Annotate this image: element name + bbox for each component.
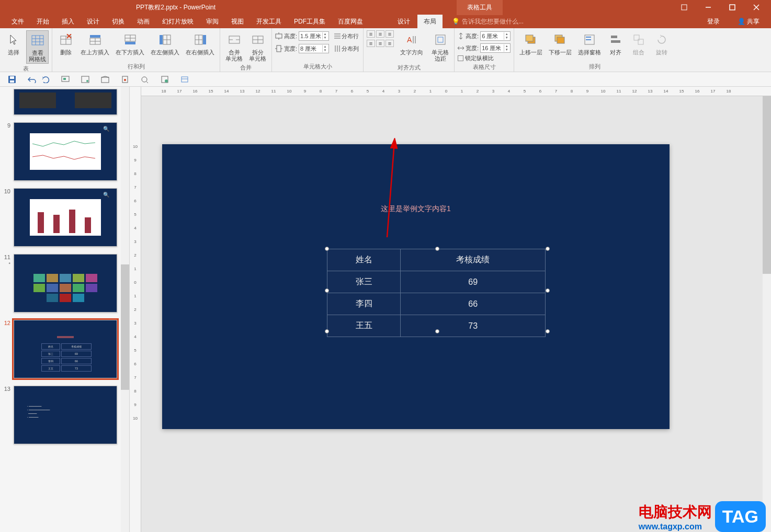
bring-forward-button[interactable]: 上移一层 [517, 30, 545, 56]
slide-thumbnail[interactable]: • ━━━━━━━━━━━━• ━━━━━━━━━━━━━━━━━━━━ ━━━… [14, 386, 117, 444]
svg-rect-28 [203, 35, 206, 44]
tab-developer[interactable]: 开发工具 [250, 15, 288, 29]
qat-icon-4[interactable] [120, 75, 130, 84]
tab-pdf[interactable]: PDF工具集 [288, 15, 332, 29]
tab-home[interactable]: 开始 [30, 15, 55, 29]
qat-icon-1[interactable] [61, 75, 70, 84]
distribute-cols-button[interactable]: 分布列 [333, 44, 360, 53]
slide-thumbnail[interactable]: 🔍 [14, 122, 117, 181]
zoom-icon[interactable]: 🔍 [103, 126, 109, 132]
table-header-cell[interactable]: 姓名 [327, 249, 401, 271]
align-top-center[interactable]: ≡ [376, 30, 384, 38]
select-button[interactable]: 选择 [3, 30, 24, 56]
slide-title-text[interactable]: 这里是举例文字内容1 [162, 204, 670, 214]
maximize-button[interactable] [725, 2, 740, 13]
table-cell[interactable]: 李四 [327, 293, 401, 315]
share-button[interactable]: 👤共享 [731, 15, 766, 29]
thumbs-scrollbar[interactable] [121, 87, 129, 532]
tab-table-design[interactable]: 设计 [390, 15, 417, 29]
table-cell[interactable]: 王五 [327, 315, 401, 337]
delete-button[interactable]: 删除 [55, 30, 76, 56]
resize-handle-nw[interactable] [325, 247, 329, 251]
align-top-left[interactable]: ≡ [367, 30, 375, 38]
view-gridlines-button[interactable]: 查看 网格线 [26, 30, 49, 64]
qat-icon-3[interactable] [100, 75, 110, 84]
slide-canvas[interactable]: 这里是举例文字内容1 姓名考核成绩 张三69 李四66 王五73 [162, 144, 670, 429]
login-button[interactable]: 登录 [701, 15, 726, 29]
table-row: 姓名考核成绩 [327, 249, 546, 271]
resize-handle-ne[interactable] [546, 247, 550, 251]
align-mid-right[interactable]: ≡ [386, 40, 394, 47]
resize-handle-n[interactable] [435, 247, 439, 251]
table-cell[interactable]: 66 [401, 293, 546, 315]
align-mid-center[interactable]: ≡ [376, 40, 384, 47]
align-top-right[interactable]: ≡ [386, 30, 394, 38]
slide-thumbnail[interactable]: 🔍 [14, 188, 117, 247]
rotate-button[interactable]: 旋转 [651, 30, 672, 56]
text-direction-button[interactable]: A 文字方向 [398, 30, 425, 56]
tab-file[interactable]: 文件 [5, 15, 30, 29]
resize-handle-e[interactable] [546, 288, 550, 293]
tab-review[interactable]: 审阅 [200, 15, 225, 29]
tab-insert[interactable]: 插入 [55, 15, 81, 29]
table-header-cell[interactable]: 考核成绩 [401, 249, 546, 271]
tab-view[interactable]: 视图 [225, 15, 250, 29]
table-height-input[interactable]: 6 厘米▲▼ [480, 31, 511, 41]
slide-table[interactable]: 姓名考核成绩 张三69 李四66 王五73 [327, 249, 546, 337]
zoom-icon[interactable]: 🔍 [103, 192, 109, 198]
table-cell[interactable]: 73 [401, 315, 546, 337]
insert-above-button[interactable]: 在上方插入 [78, 30, 111, 56]
align-button[interactable]: 对齐 [605, 30, 626, 56]
svg-rect-5 [32, 36, 43, 45]
insert-left-button[interactable]: 在左侧插入 [149, 30, 182, 56]
save-button[interactable] [7, 75, 17, 84]
qat-icon-6[interactable] [160, 75, 169, 84]
cell-margins-button[interactable]: 单元格 边距 [429, 30, 451, 63]
lock-aspect-checkbox[interactable]: 锁定纵横比 [458, 54, 494, 62]
scrollbar-thumb[interactable] [121, 264, 129, 390]
ribbon-options-icon[interactable] [677, 2, 691, 13]
tab-table-layout[interactable]: 布局 [417, 15, 443, 29]
table-width-input[interactable]: 16 厘米▲▼ [480, 43, 511, 53]
resize-handle-w[interactable] [325, 288, 329, 293]
slide-thumbnails-panel[interactable]: 9 🔍 10 🔍 11* [0, 87, 130, 532]
slide-thumbnail[interactable] [14, 254, 117, 313]
tell-me-search[interactable]: 💡 告诉我您想要做什么... [443, 17, 524, 26]
spin-up[interactable]: ▲ [322, 32, 327, 36]
spin-down[interactable]: ▼ [322, 36, 327, 40]
qat-icon-5[interactable] [140, 75, 150, 84]
align-mid-left[interactable]: ≡ [367, 40, 375, 47]
slide-thumbnail[interactable] [14, 89, 117, 115]
tab-baidu[interactable]: 百度网盘 [332, 15, 369, 29]
tab-design[interactable]: 设计 [81, 15, 106, 29]
minimize-button[interactable] [701, 2, 716, 13]
selection-pane-button[interactable]: 选择窗格 [576, 30, 603, 56]
tab-slideshow[interactable]: 幻灯片放映 [156, 15, 200, 29]
spin-down[interactable]: ▼ [322, 49, 327, 52]
resize-handle-s[interactable] [435, 329, 439, 333]
table-cell[interactable]: 张三 [327, 271, 401, 293]
resize-handle-sw[interactable] [325, 329, 329, 333]
tab-animations[interactable]: 动画 [131, 15, 156, 29]
cell-width-input[interactable]: 8 厘米▲▼ [299, 44, 329, 53]
redo-button[interactable] [41, 75, 50, 84]
send-backward-button[interactable]: 下移一层 [547, 30, 574, 56]
editor-scrollbar[interactable] [763, 96, 771, 532]
distribute-rows-button[interactable]: 分布行 [333, 32, 360, 41]
split-cells-button[interactable]: 拆分 单元格 [247, 30, 268, 63]
spin-up[interactable]: ▲ [322, 45, 327, 49]
group-button[interactable]: 组合 [628, 30, 649, 56]
resize-handle-se[interactable] [546, 329, 550, 333]
table-cell[interactable]: 69 [401, 271, 546, 293]
undo-button[interactable] [27, 75, 37, 84]
tab-transitions[interactable]: 切换 [106, 15, 131, 29]
scrollbar-thumb[interactable] [763, 96, 771, 274]
close-button[interactable] [749, 2, 764, 13]
qat-icon-7[interactable] [180, 75, 189, 84]
qat-icon-2[interactable] [81, 75, 90, 84]
insert-below-button[interactable]: 在下方插入 [114, 30, 146, 56]
slide-thumbnail-current[interactable]: 姓名考核成绩张三69李四66王五73 [14, 320, 117, 378]
insert-right-button[interactable]: 在右侧插入 [184, 30, 217, 56]
merge-cells-button[interactable]: 合并 单元格 [223, 30, 245, 63]
cell-height-input[interactable]: 1.5 厘米▲▼ [299, 31, 329, 41]
